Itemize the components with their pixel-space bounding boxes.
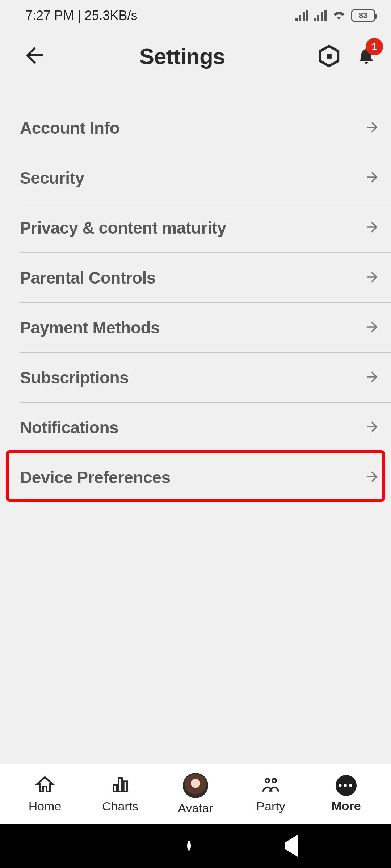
settings-item-label: Privacy & content maturity [20,218,226,238]
settings-item-label: Security [20,168,84,188]
chevron-right-icon [364,119,380,137]
settings-item-notifications[interactable]: Notifications [20,403,391,452]
settings-item-label: Device Preferences [20,468,171,487]
settings-item-privacy[interactable]: Privacy & content maturity [20,203,391,253]
home-button[interactable] [187,843,191,849]
nav-item-home[interactable]: Home [14,775,76,813]
settings-item-device-preferences[interactable]: Device Preferences [20,452,391,502]
home-icon [35,775,55,796]
notification-badge: 1 [366,38,383,55]
bottom-nav: HomeChartsAvatarParty•••More [0,764,391,824]
nav-label: Home [29,799,62,813]
system-nav [0,824,391,868]
chevron-right-icon [364,219,380,237]
settings-item-label: Payment Methods [20,318,160,337]
settings-item-label: Subscriptions [20,368,129,387]
svg-point-2 [266,779,269,782]
more-icon: ••• [336,775,357,796]
settings-item-account-info[interactable]: Account Info [20,103,391,153]
chevron-right-icon [364,369,380,386]
settings-item-label: Parental Controls [20,268,156,288]
battery-icon: 83 [351,9,375,22]
status-indicators: 83 [295,8,375,23]
nav-item-avatar[interactable]: Avatar [165,773,226,815]
back-system-button[interactable] [285,843,298,849]
settings-content: Account InfoSecurityPrivacy & content ma… [0,81,391,764]
notifications-button[interactable]: 1 [356,45,377,67]
signal-icon-2 [314,10,327,21]
nav-label: Charts [102,799,138,813]
chevron-right-icon [364,169,380,187]
nav-label: Avatar [178,801,213,815]
chevron-right-icon [364,419,380,436]
nav-item-charts[interactable]: Charts [89,775,151,813]
page-title: Settings [47,43,317,69]
svg-rect-1 [327,54,332,59]
app-bar: Settings 1 [0,31,391,81]
wifi-icon [332,8,346,23]
settings-item-parental-controls[interactable]: Parental Controls [20,253,391,303]
chevron-right-icon [364,319,380,336]
signal-icon-1 [295,10,308,21]
nav-label: More [331,799,361,813]
settings-item-label: Notifications [20,418,118,437]
chevron-right-icon [364,269,380,286]
settings-list: Account InfoSecurityPrivacy & content ma… [0,81,391,502]
settings-item-label: Account Info [20,118,119,138]
settings-item-payment-methods[interactable]: Payment Methods [20,303,391,353]
nav-label: Party [256,799,285,813]
status-time: 7:27 PM | 25.3KB/s [25,8,138,23]
avatar-icon [183,773,208,798]
status-bar: 7:27 PM | 25.3KB/s 83 [0,0,391,31]
nav-item-more[interactable]: •••More [315,775,377,813]
settings-item-subscriptions[interactable]: Subscriptions [20,353,391,403]
svg-point-3 [272,779,276,782]
party-icon [261,775,281,796]
back-button[interactable] [22,43,47,69]
settings-item-security[interactable]: Security [20,153,391,203]
chevron-right-icon [364,469,380,486]
nav-item-party[interactable]: Party [240,775,302,813]
robux-icon[interactable] [317,44,341,68]
charts-icon [110,775,130,796]
